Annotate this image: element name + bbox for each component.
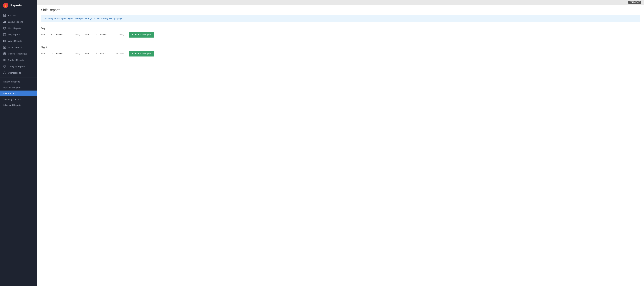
svg-rect-5 — [3, 22, 4, 23]
day-shift-section: Day Start 12 : 00 : PM Today End 07 : 00… — [41, 27, 640, 41]
sidebar-label-category: Category Reports — [8, 65, 25, 68]
day-shift-label: Day — [41, 27, 640, 30]
night-end-time: 01 : 00 : AM — [95, 52, 106, 55]
sidebar-header: Reports — [0, 0, 37, 11]
sidebar-label-receipts: Receipts — [8, 14, 16, 17]
svg-point-24 — [4, 47, 5, 48]
svg-rect-7 — [5, 21, 6, 23]
topbar: 2019-10-15 — [37, 0, 644, 5]
sidebar-label-week: Week Reports — [8, 40, 22, 42]
day-end-day: Today — [119, 33, 124, 36]
night-end-label: End — [85, 52, 91, 55]
week-icon — [3, 39, 6, 42]
sidebar: Reports Receipts Labour Reports — [0, 0, 37, 286]
night-start-time: 07 : 00 : PM — [51, 52, 62, 55]
night-end-day: Tomorrow — [115, 52, 124, 55]
day-start-label: Start — [41, 33, 47, 36]
svg-rect-18 — [6, 40, 6, 42]
page-title: Shift Reports — [41, 8, 640, 12]
month-icon — [3, 46, 6, 49]
sidebar-label-product: Product Reports — [8, 59, 24, 61]
night-shift-label: Night — [41, 46, 640, 49]
day-create-shift-button[interactable]: Create Shift Report — [129, 32, 154, 37]
svg-rect-6 — [4, 21, 5, 23]
sidebar-item-month-reports[interactable]: Month Reports — [0, 44, 37, 50]
sidebar-label-month: Month Reports — [8, 46, 22, 49]
sidebar-item-category-reports[interactable]: Category Reports — [0, 63, 37, 70]
day-end-time: 07 : 00 : PM — [95, 33, 106, 36]
night-start-label: Start — [41, 52, 47, 55]
night-create-shift-button[interactable]: Create Shift Report — [129, 51, 154, 56]
svg-rect-26 — [4, 52, 5, 53]
night-start-group: Start 07 : 00 : PM Today — [41, 51, 82, 56]
svg-rect-32 — [3, 60, 4, 61]
day-start-day: Today — [75, 33, 80, 36]
svg-rect-31 — [5, 59, 6, 60]
svg-point-25 — [5, 47, 5, 48]
clock-icon — [3, 27, 6, 30]
sidebar-nav: Revenue Reports Ingredient Reports Shift… — [0, 77, 37, 286]
sidebar-item-advanced-reports[interactable]: Advanced Reports — [0, 102, 37, 108]
sidebar-item-day-reports[interactable]: Day Reports — [0, 31, 37, 38]
day-start-time: 12 : 00 : PM — [51, 33, 62, 36]
gear-icon — [3, 65, 6, 68]
night-start-input[interactable]: 07 : 00 : PM Today — [49, 51, 82, 56]
svg-point-34 — [4, 66, 5, 67]
sidebar-item-closing-reports[interactable]: Closing Reports (Z) — [0, 50, 37, 57]
night-shift-row: Start 07 : 00 : PM Today End 01 : 00 : A… — [41, 51, 640, 56]
sidebar-item-shift-reports[interactable]: Shift Reports — [0, 90, 37, 96]
svg-line-10 — [4, 28, 5, 28]
sidebar-item-product-reports[interactable]: Product Reports — [0, 57, 37, 63]
sidebar-label-day: Day Reports — [8, 33, 20, 36]
info-banner: To configure shifts please go to the rep… — [41, 14, 640, 22]
svg-rect-15 — [3, 40, 4, 42]
svg-rect-11 — [3, 33, 6, 36]
sidebar-label-hour: Hour Reports — [8, 27, 21, 29]
content-area: Shift Reports To configure shifts please… — [37, 5, 644, 286]
svg-rect-17 — [5, 40, 5, 42]
svg-point-29 — [5, 54, 6, 54]
app-title: Reports — [10, 4, 22, 7]
day-icon — [3, 33, 6, 36]
user-icon — [3, 71, 6, 74]
sidebar-item-labour-reports[interactable]: Labour Reports — [0, 18, 37, 25]
svg-point-23 — [4, 47, 4, 48]
info-banner-text: To configure shifts please go to the rep… — [44, 17, 122, 20]
sidebar-label-user: User Reports — [8, 72, 21, 74]
labour-icon — [3, 20, 6, 23]
app-logo — [3, 3, 8, 8]
main-content: 2019-10-15 Shift Reports To configure sh… — [37, 0, 644, 286]
receipt-icon — [3, 14, 6, 17]
sidebar-icon-section: Receipts Labour Reports Hour Reports — [0, 11, 37, 77]
sidebar-item-week-reports[interactable]: Week Reports — [0, 38, 37, 44]
print-icon — [3, 52, 6, 55]
product-icon — [3, 58, 6, 61]
sidebar-label-closing: Closing Reports (Z) — [8, 52, 27, 55]
sidebar-item-hour-reports[interactable]: Hour Reports — [0, 25, 37, 31]
day-start-group: Start 12 : 00 : PM Today — [41, 32, 82, 37]
svg-rect-28 — [4, 54, 5, 54]
day-end-input[interactable]: 07 : 00 : PM Today — [92, 32, 126, 37]
night-start-day: Today — [75, 52, 80, 55]
day-end-group: End 07 : 00 : PM Today — [85, 32, 126, 37]
sidebar-item-receipts[interactable]: Receipts — [0, 12, 37, 18]
date-badge: 2019-10-15 — [628, 1, 641, 4]
sidebar-item-ingredient-reports[interactable]: Ingredient Reports — [0, 85, 37, 90]
sidebar-item-summary-reports[interactable]: Summary Reports — [0, 96, 37, 102]
night-end-input[interactable]: 01 : 00 : AM Tomorrow — [92, 51, 126, 56]
svg-rect-33 — [5, 60, 6, 61]
night-end-group: End 01 : 00 : AM Tomorrow — [85, 51, 126, 56]
day-shift-row: Start 12 : 00 : PM Today End 07 : 00 : P… — [41, 32, 640, 37]
day-start-input[interactable]: 12 : 00 : PM Today — [49, 32, 82, 37]
sidebar-item-revenue-reports[interactable]: Revenue Reports — [0, 79, 37, 85]
svg-rect-16 — [4, 40, 4, 42]
sidebar-label-labour: Labour Reports — [8, 21, 23, 23]
day-end-label: End — [85, 33, 91, 36]
night-shift-section: Night Start 07 : 00 : PM Today End 01 : … — [41, 46, 640, 60]
sidebar-item-user-reports[interactable]: User Reports — [0, 70, 37, 76]
svg-rect-30 — [3, 59, 4, 60]
